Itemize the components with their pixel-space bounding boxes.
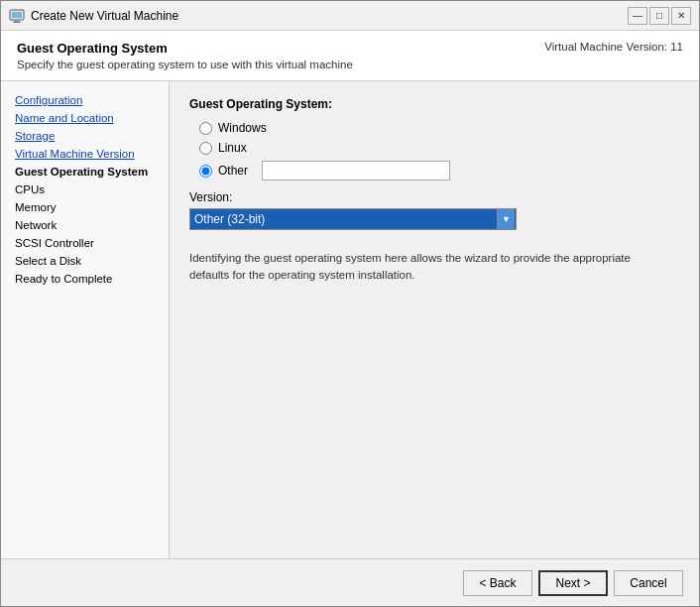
version-dropdown-wrapper: Other (32-bit) Other (64-bit) ▼: [189, 208, 517, 230]
header-section: Guest Operating System Specify the guest…: [1, 31, 699, 81]
window-title: Create New Virtual Machine: [31, 9, 178, 23]
os-linux-row: Linux: [199, 141, 679, 155]
cancel-button[interactable]: Cancel: [614, 570, 683, 596]
sidebar-item-guest-operating-system: Guest Operating System: [1, 163, 169, 181]
os-other-row: Other: [199, 161, 679, 181]
sidebar-item-memory[interactable]: Memory: [1, 198, 169, 216]
minimize-button[interactable]: —: [628, 7, 647, 25]
main-panel: Guest Operating System: Windows Linux Ot…: [170, 81, 699, 558]
svg-rect-1: [12, 12, 22, 18]
sidebar-item-name-and-location[interactable]: Name and Location: [1, 109, 169, 127]
content-area: Configuration Name and Location Storage …: [1, 81, 699, 558]
main-window: Create New Virtual Machine — □ ✕ Guest O…: [0, 0, 700, 607]
title-bar-left: Create New Virtual Machine: [9, 8, 178, 24]
os-windows-radio[interactable]: [199, 122, 212, 135]
header-version: Virtual Machine Version: 11: [544, 41, 683, 53]
os-linux-radio[interactable]: [199, 142, 212, 155]
version-section: Version: Other (32-bit) Other (64-bit) ▼: [189, 190, 679, 230]
os-windows-row: Windows: [199, 121, 679, 135]
sidebar: Configuration Name and Location Storage …: [1, 81, 170, 558]
sidebar-item-cpus[interactable]: CPUs: [1, 181, 169, 198]
svg-rect-2: [14, 21, 20, 22]
sidebar-item-ready-to-complete[interactable]: Ready to Complete: [1, 270, 169, 288]
os-section-title: Guest Operating System:: [189, 97, 679, 111]
svg-rect-3: [13, 22, 21, 23]
maximize-button[interactable]: □: [649, 7, 669, 25]
header-subtitle: Specify the guest operating system to us…: [17, 59, 353, 70]
os-other-input[interactable]: [262, 161, 450, 181]
close-button[interactable]: ✕: [671, 7, 691, 25]
next-button[interactable]: Next >: [538, 570, 608, 596]
version-dropdown[interactable]: Other (32-bit) Other (64-bit): [189, 208, 517, 230]
os-windows-label[interactable]: Windows: [218, 121, 267, 135]
sidebar-item-configuration[interactable]: Configuration: [1, 91, 169, 109]
os-other-label[interactable]: Other: [218, 164, 248, 178]
version-label: Version:: [189, 190, 679, 204]
os-other-radio[interactable]: [199, 165, 212, 178]
title-bar-controls: — □ ✕: [628, 7, 691, 25]
title-bar: Create New Virtual Machine — □ ✕: [1, 1, 699, 31]
os-linux-label[interactable]: Linux: [218, 141, 247, 155]
sidebar-item-storage[interactable]: Storage: [1, 127, 169, 145]
back-button[interactable]: < Back: [463, 570, 532, 596]
sidebar-item-virtual-machine-version[interactable]: Virtual Machine Version: [1, 145, 169, 163]
header-left: Guest Operating System Specify the guest…: [17, 41, 353, 70]
footer: < Back Next > Cancel: [1, 558, 699, 606]
sidebar-item-select-a-disk[interactable]: Select a Disk: [1, 252, 169, 270]
os-radio-group: Windows Linux Other: [199, 121, 679, 181]
sidebar-item-scsi-controller[interactable]: SCSI Controller: [1, 234, 169, 252]
sidebar-item-network[interactable]: Network: [1, 216, 169, 234]
description-text: Identifying the guest operating system h…: [189, 250, 655, 285]
header-title: Guest Operating System: [17, 41, 353, 56]
vm-icon: [9, 8, 25, 24]
